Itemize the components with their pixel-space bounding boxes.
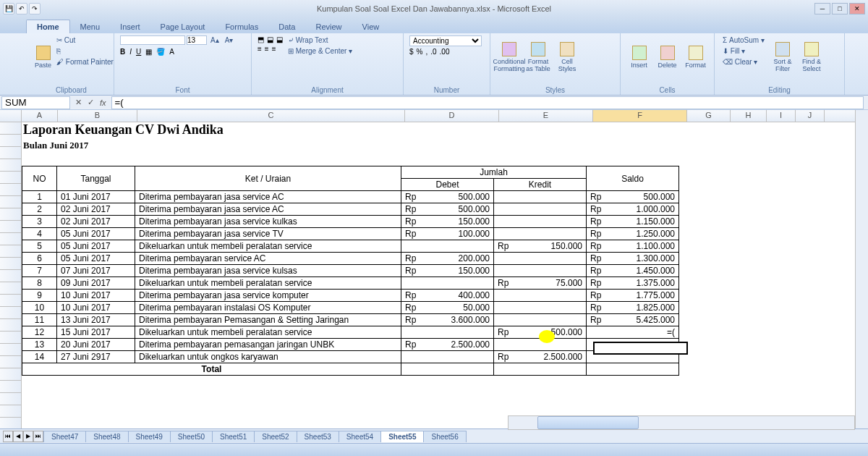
table-row[interactable]: 202 Juni 2017Diterima pembayaran jasa se… xyxy=(22,203,679,216)
col-H[interactable]: H xyxy=(731,110,767,122)
close-icon[interactable]: ✕ xyxy=(849,3,865,14)
conditional-formatting-button[interactable]: Conditional Formatting xyxy=(496,35,522,79)
bold-button[interactable]: B xyxy=(120,48,125,56)
table-row[interactable]: 405 Juni 2017Diterima pembayaran jasa se… xyxy=(22,228,679,240)
select-all-corner[interactable] xyxy=(0,110,22,122)
maximize-icon[interactable]: □ xyxy=(832,3,848,14)
grow-font-icon[interactable]: A▴ xyxy=(208,35,221,45)
sheet-tab[interactable]: Sheet56 xyxy=(423,431,466,442)
last-sheet-icon[interactable]: ⏭ xyxy=(33,431,43,442)
sheet-tab[interactable]: Sheet53 xyxy=(297,431,339,442)
tab-insert[interactable]: Insert xyxy=(110,20,150,33)
col-A[interactable]: A xyxy=(22,110,58,122)
align-center-icon[interactable]: ≡ xyxy=(265,45,269,53)
sheet-tab[interactable]: Sheet48 xyxy=(85,431,128,442)
percent-icon[interactable]: % xyxy=(417,48,423,56)
table-row[interactable]: 910 Juni 2017Diterima pembayaran jasa se… xyxy=(22,290,679,302)
cell-area[interactable]: Laporan Keuangan CV Dwi Andika Bulan Jun… xyxy=(22,122,868,428)
inc-decimal-icon[interactable]: .0 xyxy=(430,48,436,56)
table-row[interactable]: 1320 Juni 2017Diterima pembayaran pemasa… xyxy=(22,339,679,351)
italic-button[interactable]: I xyxy=(129,48,132,56)
col-F[interactable]: F xyxy=(593,110,687,122)
name-box[interactable] xyxy=(1,96,70,109)
align-right-icon[interactable]: ≡ xyxy=(272,45,276,53)
fx-icon[interactable]: fx xyxy=(98,98,109,107)
align-left-icon[interactable]: ≡ xyxy=(258,45,262,53)
font-size-combo[interactable] xyxy=(187,35,207,45)
cut-button[interactable]: ✂ Cut xyxy=(54,35,116,45)
sheet-tab[interactable]: Sheet55 xyxy=(380,431,424,442)
table-row[interactable]: 809 Juni 2017Dikeluarkan untuk membeli p… xyxy=(22,277,679,290)
minimize-icon[interactable]: ─ xyxy=(814,3,830,14)
number-format-combo[interactable]: Accounting xyxy=(409,35,482,46)
prev-sheet-icon[interactable]: ◀ xyxy=(13,431,23,442)
align-bot-icon[interactable]: ⬓ xyxy=(276,35,283,43)
font-color-button[interactable]: A xyxy=(169,48,174,56)
save-icon[interactable]: 💾 xyxy=(3,3,14,14)
cancel-formula-icon[interactable]: ✕ xyxy=(73,98,84,107)
table-row[interactable]: 1215 Juni 2017Dikeluarkan untuk membeli … xyxy=(22,326,679,339)
clear-button[interactable]: ⌫ Clear ▾ xyxy=(720,57,767,67)
tab-formulas[interactable]: Formulas xyxy=(215,20,268,33)
format-as-table-button[interactable]: Format as Table xyxy=(525,35,551,79)
delete-cells-button[interactable]: Delete xyxy=(655,35,680,79)
cell-styles-button[interactable]: Cell Styles xyxy=(554,35,580,79)
currency-icon[interactable]: $ xyxy=(409,48,414,56)
col-C[interactable]: C xyxy=(137,110,405,122)
fill-color-button[interactable]: 🪣 xyxy=(156,48,165,56)
align-mid-icon[interactable]: ⬓ xyxy=(267,35,273,43)
font-name-combo[interactable] xyxy=(120,35,185,45)
col-E[interactable]: E xyxy=(499,110,593,122)
sheet-tab[interactable]: Sheet52 xyxy=(254,431,297,442)
redo-icon[interactable]: ↷ xyxy=(29,3,41,14)
merge-center-button[interactable]: ⊞ Merge & Center ▾ xyxy=(286,46,354,56)
horizontal-scrollbar[interactable] xyxy=(508,415,855,430)
comma-icon[interactable]: , xyxy=(425,48,427,56)
sheet-tab[interactable]: Sheet47 xyxy=(43,431,86,442)
underline-button[interactable]: U xyxy=(136,48,141,56)
table-row[interactable]: 101 Juni 2017Diterima pembayaran jasa se… xyxy=(22,191,679,203)
tab-home[interactable]: Home xyxy=(26,20,70,33)
sort-filter-button[interactable]: Sort & Filter xyxy=(770,35,796,79)
tab-view[interactable]: View xyxy=(352,20,390,33)
insert-cells-button[interactable]: Insert xyxy=(626,35,652,79)
paste-button[interactable]: Paste xyxy=(35,35,51,79)
align-top-icon[interactable]: ⬒ xyxy=(258,35,264,43)
sheet-tab[interactable]: Sheet49 xyxy=(128,431,171,442)
shrink-font-icon[interactable]: A▾ xyxy=(223,35,236,45)
enter-formula-icon[interactable]: ✓ xyxy=(85,98,96,107)
col-B[interactable]: B xyxy=(58,110,137,122)
table-row[interactable]: 1113 Juni 2017Diterima pembayaran Pemasa… xyxy=(22,314,679,326)
fill-button[interactable]: ⬇ Fill ▾ xyxy=(720,46,767,56)
col-J[interactable]: J xyxy=(796,110,825,122)
tab-page-layout[interactable]: Page Layout xyxy=(150,20,216,33)
border-button[interactable]: ▦ xyxy=(145,48,152,56)
table-row[interactable]: 605 Juni 2017Diterima pembayaran service… xyxy=(22,253,679,265)
tab-menu[interactable]: Menu xyxy=(70,20,111,33)
col-D[interactable]: D xyxy=(405,110,499,122)
col-G[interactable]: G xyxy=(687,110,731,122)
find-select-button[interactable]: Find & Select xyxy=(799,35,825,79)
vertical-scrollbar[interactable] xyxy=(855,110,868,428)
formula-bar[interactable] xyxy=(111,96,864,109)
table-row[interactable]: 1427 Juni 2917Dikeluarkan untuk ongkos k… xyxy=(22,351,679,363)
sheet-tab[interactable]: Sheet50 xyxy=(170,431,213,442)
spreadsheet-grid[interactable]: A B C D E F G H I J Laporan Keuangan CV … xyxy=(0,110,868,428)
sheet-tab[interactable]: Sheet54 xyxy=(339,431,381,442)
format-painter-button[interactable]: 🖌 Format Painter xyxy=(54,57,116,67)
format-cells-button[interactable]: Format xyxy=(683,35,708,79)
table-row[interactable]: 1010 Juni 2017Diterima pembayaran instal… xyxy=(22,302,679,314)
col-I[interactable]: I xyxy=(767,110,796,122)
table-row[interactable]: 505 Juni 2017Dikeluarkan untuk membeli p… xyxy=(22,240,679,253)
first-sheet-icon[interactable]: ⏮ xyxy=(3,431,13,442)
autosum-button[interactable]: Σ AutoSum ▾ xyxy=(720,35,767,45)
tab-review[interactable]: Review xyxy=(305,20,352,33)
undo-icon[interactable]: ↶ xyxy=(16,3,27,14)
table-row[interactable]: 707 Juni 2017Diterima pembayaran jasa se… xyxy=(22,265,679,277)
copy-button[interactable]: ⎘ xyxy=(54,46,116,56)
sheet-tab[interactable]: Sheet51 xyxy=(212,431,255,442)
dec-decimal-icon[interactable]: .00 xyxy=(440,48,450,56)
wrap-text-button[interactable]: ⤶ Wrap Text xyxy=(286,35,354,45)
next-sheet-icon[interactable]: ▶ xyxy=(23,431,33,442)
table-row[interactable]: 302 Juni 2017Diterima pembayaran jasa se… xyxy=(22,216,679,228)
